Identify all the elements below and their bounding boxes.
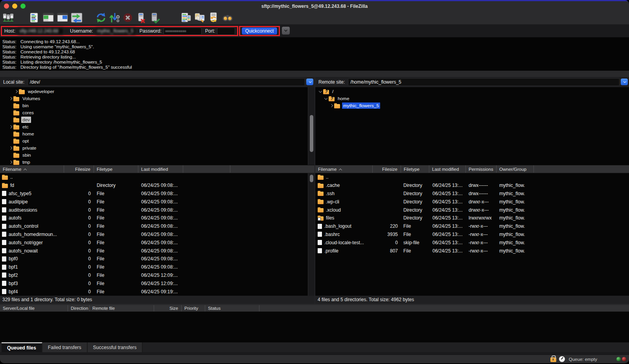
tree-item[interactable]: dev [0,116,314,123]
tree-item[interactable]: Volumes [0,95,314,102]
find-files-icon[interactable] [222,12,234,24]
chevron-icon[interactable] [8,96,13,101]
file-row[interactable]: .. [0,173,314,181]
local-site-dropdown[interactable] [306,79,313,85]
queue-tab[interactable]: Queued files [2,342,42,352]
toggle-remote-tree-icon[interactable] [57,12,68,24]
password-input[interactable]: ••••••••••• [164,27,202,35]
file-row[interactable]: auditsessions 0 File 06/24/25 09:08:... [0,206,314,214]
toggle-queue-icon[interactable] [71,12,83,24]
remote-site-input[interactable]: /home/mythic_flowers_5 [348,78,620,86]
username-input[interactable]: mythic_flowers_5 [95,27,136,35]
tree-item[interactable]: mythic_flowers_5 [315,102,629,109]
tree-item[interactable]: home [0,130,314,137]
column-size[interactable]: Size [154,305,182,311]
toggle-log-icon[interactable] [28,12,40,24]
tree-item[interactable]: / [315,88,629,95]
file-row[interactable]: fd Directory 06/24/25 09:08:... [0,181,314,190]
chevron-icon[interactable] [8,110,13,115]
chevron-icon[interactable] [8,152,13,158]
column-permissions[interactable]: Permissions [466,165,497,173]
splitter-horizontal[interactable] [0,71,629,77]
queue-tab[interactable]: Failed transfers [42,342,88,352]
file-row[interactable]: autofs_nowait 0 File 06/24/25 09:08:... [0,247,314,255]
column-filesize[interactable]: Filesize [64,165,94,173]
chevron-icon[interactable] [8,145,13,151]
file-row[interactable]: .bash_logout 220 File 06/24/25 13:... -r… [315,222,629,230]
file-row[interactable]: .. [315,173,629,181]
directory-comparison-icon[interactable] [194,12,206,24]
port-input[interactable] [217,27,235,35]
tree-item[interactable]: cores [0,109,314,116]
file-row[interactable]: .cache Directory 06/24/25 13:... drwx---… [315,181,629,190]
chevron-icon[interactable] [8,159,13,165]
synchronized-browsing-icon[interactable] [208,12,219,24]
tree-item[interactable]: tmp [0,159,314,165]
reconnect-icon[interactable] [149,12,160,24]
site-manager-icon[interactable] [2,12,14,24]
column-filename[interactable]: Filename [0,165,64,173]
tree-item[interactable]: private [0,145,314,152]
chevron-icon[interactable] [8,131,13,137]
disconnect-icon[interactable] [135,12,147,24]
column-filename[interactable]: Filename [315,165,373,173]
file-row[interactable]: bpf2 0 File 06/24/25 12:09:... [0,271,314,280]
quickconnect-button[interactable]: Quickconnect [242,27,278,35]
host-input[interactable]: sftp://49.12.243.68 [17,27,64,35]
chevron-icon[interactable] [8,117,13,123]
lock-icon[interactable] [550,357,556,362]
local-tree-scrollbar[interactable] [308,87,314,165]
chevron-icon[interactable] [8,103,13,108]
chevron-icon[interactable] [13,89,19,94]
column-filetype[interactable]: Filetype [94,165,138,173]
chevron-icon[interactable] [323,96,329,101]
scrollbar-thumb[interactable] [310,175,313,182]
chevron-icon[interactable] [329,103,334,108]
toggle-local-tree-icon[interactable] [42,12,54,24]
column-direction[interactable]: Direction [68,305,90,311]
file-row[interactable]: autofs_notrigger 0 File 06/24/25 09:08:.… [0,238,314,247]
column-ownergroup[interactable]: Owner/Group [497,165,534,173]
column-filesize[interactable]: Filesize [373,165,401,173]
file-row[interactable]: .profile 807 File 06/24/25 13:... -rwxr-… [315,247,629,255]
file-row[interactable]: autofs_control 0 File 06/24/25 09:08:... [0,222,314,230]
file-row[interactable]: bpf3 0 File 06/24/25 12:09:... [0,279,314,287]
tree-item[interactable]: etc [0,123,314,130]
column-remote-file[interactable]: Remote file [90,305,154,311]
process-queue-icon[interactable] [109,12,120,24]
file-row[interactable]: auditpipe 0 File 06/24/25 09:08:... [0,198,314,206]
tree-item[interactable]: opt [0,137,314,145]
column-filetype[interactable]: Filetype [401,165,429,173]
file-row[interactable]: bpf0 0 File 06/24/25 09:08:... [0,255,314,263]
file-row[interactable]: .xcloud Directory 06/24/25 13:... drwxr-… [315,206,629,214]
scrollbar-thumb[interactable] [310,115,313,152]
column-lastmodified[interactable]: Last modified [429,165,466,173]
local-site-input[interactable]: /dev/ [28,78,305,86]
queue-tab[interactable]: Successful transfers [88,342,143,352]
file-row[interactable]: autofs 0 File 06/24/25 09:08:... [0,214,314,222]
file-row[interactable]: .cloud-locale-test... 0 skip-file 06/24/… [315,238,629,247]
refresh-icon[interactable] [95,12,107,24]
directory-filters-icon[interactable] [180,12,192,24]
speed-limits-icon[interactable] [559,356,565,362]
column-server-local-file[interactable]: Server/Local file [0,305,68,311]
file-row[interactable]: .wp-cli Directory 06/24/25 13:... drwxr-… [315,198,629,206]
chevron-icon[interactable] [318,89,323,94]
chevron-icon[interactable] [8,124,13,130]
column-status[interactable]: Status [205,305,259,311]
file-row[interactable]: afsc_type5 0 File 06/24/25 09:08:... [0,190,314,198]
chevron-icon[interactable] [8,138,13,144]
local-list-scrollbar[interactable] [308,173,314,296]
file-row[interactable]: bpf4 0 File 06/24/25 09:19:... [0,287,314,296]
tree-item[interactable]: sbin [0,152,314,159]
column-lastmodified[interactable]: Last modified [138,165,183,173]
quickconnect-dropdown[interactable] [282,27,290,35]
file-row[interactable]: .bashrc 3935 File 06/24/25 13:... -rwxr-… [315,230,629,239]
cancel-icon[interactable] [122,12,134,24]
remote-site-dropdown[interactable] [621,79,628,85]
file-row[interactable]: autofs_homedirmoun... 0 File 06/24/25 09… [0,230,314,239]
file-row[interactable]: files Directory 06/24/25 13:... lrwxrwxr… [315,214,629,222]
file-row[interactable]: .ssh Directory 06/24/25 13:... drwx-----… [315,190,629,198]
file-row[interactable]: bpf1 0 File 06/24/25 09:08:... [0,263,314,271]
column-priority[interactable]: Priority [182,305,205,311]
